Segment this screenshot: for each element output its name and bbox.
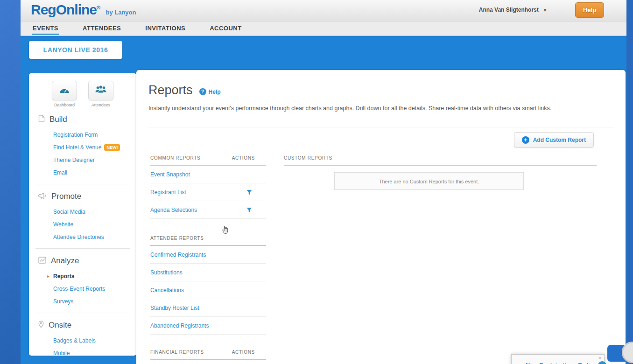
- theme-designer-link[interactable]: Theme Designer: [53, 157, 95, 163]
- reports-panel: Reports ? Help Instantly understand your…: [136, 70, 626, 364]
- report-link-event-snapshot[interactable]: Event Snapshot: [150, 171, 190, 178]
- nav-tab-attendees[interactable]: ATTENDEES: [82, 22, 122, 35]
- table-row: Financials: [150, 360, 266, 364]
- financial-reports-header: FINANCIAL REPORTS ACTIONS: [150, 350, 266, 360]
- attendees-button: [88, 81, 113, 100]
- report-link-cancellations[interactable]: Cancellations: [150, 287, 184, 294]
- page-title: Reports: [148, 83, 193, 98]
- dashboard-label: Dashboard: [51, 103, 78, 107]
- new-badge: NEW!: [104, 144, 120, 151]
- table-row: Substitutions: [150, 264, 266, 281]
- report-link-agenda-selections[interactable]: Agenda Selections: [150, 207, 197, 213]
- nav-tab-events[interactable]: EVENTS: [32, 22, 59, 35]
- new-registrations-label: New Registrations Today: [526, 362, 595, 364]
- sidebar-link-reports[interactable]: Reports: [53, 273, 136, 280]
- social-media-link[interactable]: Social Media: [53, 209, 85, 215]
- filter-icon[interactable]: [246, 189, 252, 195]
- app-window: RegOnline® by Lanyon Anna Van Sligtenhor…: [21, 0, 626, 364]
- custom-reports-title: CUSTOM REPORTS: [284, 155, 332, 161]
- sidebar-section-build: Build Registration Form Find Hotel & Ven…: [29, 115, 136, 176]
- add-custom-report-label: Add Custom Report: [533, 137, 586, 143]
- sidebar-section-analyze: Analyze Reports Cross-Event Reports Surv…: [29, 256, 136, 305]
- table-row: Event Snapshot: [150, 166, 266, 183]
- common-reports-header: COMMON REPORTS ACTIONS: [150, 155, 266, 166]
- report-link-substitutions[interactable]: Substitutions: [150, 269, 183, 276]
- sidebar-link-social-media[interactable]: Social Media: [53, 209, 136, 215]
- sidebar-link-surveys[interactable]: Surveys: [53, 298, 136, 305]
- sidebar-link-theme-designer[interactable]: Theme Designer: [53, 157, 136, 163]
- sidebar-link-cross-event-reports[interactable]: Cross-Event Reports: [53, 286, 136, 292]
- megaphone-icon: [38, 192, 47, 201]
- actions-column-header: ACTIONS: [232, 155, 266, 161]
- help-button[interactable]: Help: [575, 2, 604, 18]
- registered-mark: ®: [97, 5, 100, 10]
- regonline-logo[interactable]: RegOnline® by Lanyon: [31, 2, 136, 18]
- report-link-standby-roster-list[interactable]: Standby Roster List: [150, 305, 199, 311]
- table-row: Standby Roster List: [150, 299, 266, 317]
- document-icon: [38, 115, 45, 124]
- gauge-icon: [58, 85, 70, 96]
- section-title-onsite: Onsite: [49, 321, 71, 330]
- sidebar-link-registration-form[interactable]: Registration Form: [53, 132, 136, 138]
- app-root: RegOnline® by Lanyon Anna Van Sligtenhor…: [0, 0, 633, 364]
- sidebar-item-attendees[interactable]: Attendees: [87, 81, 114, 107]
- sidebar-link-badges-labels[interactable]: Badges & Labels: [53, 337, 136, 344]
- event-sidebar: Dashboard Attendees: [29, 73, 136, 356]
- table-row: Cancellations: [150, 281, 266, 299]
- chart-icon: [38, 257, 46, 266]
- sidebar-link-email[interactable]: Email: [53, 169, 136, 176]
- add-custom-report-button[interactable]: + Add Custom Report: [514, 132, 594, 147]
- nav-tab-invitations[interactable]: INVITATIONS: [144, 22, 186, 35]
- user-name: Anna Van Sligtenhorst: [479, 7, 539, 13]
- email-link[interactable]: Email: [53, 169, 67, 176]
- reports-help-link[interactable]: ? Help: [199, 88, 221, 95]
- attendee-directories-link[interactable]: Attendee Directories: [53, 234, 104, 240]
- sidebar-divider: [35, 184, 130, 184]
- close-icon[interactable]: ×: [598, 355, 601, 361]
- cross-event-reports-link[interactable]: Cross-Event Reports: [53, 286, 105, 292]
- frame-edge-left: [0, 0, 21, 364]
- sidebar-item-dashboard[interactable]: Dashboard: [51, 81, 78, 107]
- user-account-menu[interactable]: Anna Van Sligtenhorst ▼: [479, 7, 547, 13]
- sidebar-link-mobile[interactable]: Mobile: [53, 350, 136, 356]
- filter-icon[interactable]: [246, 207, 252, 213]
- section-title-analyze: Analyze: [51, 256, 79, 266]
- reports-link[interactable]: Reports: [53, 273, 74, 280]
- help-link-label: Help: [209, 89, 221, 95]
- sidebar-section-promote: Promote Social Media Website Attendee Di…: [29, 192, 136, 240]
- page-description: Instantly understand your event's perfor…: [148, 103, 626, 114]
- report-link-abandoned-registrants[interactable]: Abandoned Registrants: [150, 322, 209, 329]
- financial-reports-title: FINANCIAL REPORTS: [150, 350, 204, 355]
- custom-reports-empty-message: There are no Custom Reports for this eve…: [334, 172, 524, 190]
- table-row: Registrant List: [150, 183, 266, 201]
- attendee-reports-title: ATTENDEE REPORTS: [150, 236, 204, 241]
- frame-edge-right: [626, 0, 633, 364]
- sidebar-link-find-hotel-venue[interactable]: Find Hotel & VenueNEW!: [53, 144, 136, 151]
- mobile-link[interactable]: Mobile: [53, 350, 70, 356]
- standard-reports-column: COMMON REPORTS ACTIONS Event Snapshot Re…: [150, 155, 266, 364]
- top-header: RegOnline® by Lanyon Anna Van Sligtenhor…: [21, 0, 626, 21]
- new-registrations-popup[interactable]: × New Registrations Today: [511, 354, 605, 364]
- table-row: Abandoned Registrants: [150, 317, 266, 335]
- attendees-label: Attendees: [87, 103, 114, 107]
- custom-reports-column: CUSTOM REPORTS There are no Custom Repor…: [284, 155, 597, 190]
- logo-tagline: by Lanyon: [106, 9, 136, 16]
- sidebar-link-website[interactable]: Website: [53, 221, 136, 228]
- sidebar-link-attendee-directories[interactable]: Attendee Directories: [53, 234, 136, 240]
- people-icon: [95, 85, 107, 96]
- report-link-registrant-list[interactable]: Registrant List: [150, 189, 186, 196]
- report-link-confirmed-registrants[interactable]: Confirmed Registrants: [150, 252, 206, 258]
- event-name-tab[interactable]: LANYON LIVE 2016: [29, 41, 122, 59]
- new-registrations-link[interactable]: New Registrations Today: [526, 361, 604, 364]
- surveys-link[interactable]: Surveys: [53, 298, 73, 305]
- nav-tab-account[interactable]: ACCOUNT: [209, 22, 243, 35]
- section-title-build: Build: [49, 115, 67, 124]
- website-link[interactable]: Website: [53, 221, 73, 228]
- sidebar-divider: [35, 313, 130, 313]
- find-hotel-venue-link[interactable]: Find Hotel & Venue: [53, 144, 101, 151]
- registration-form-link[interactable]: Registration Form: [53, 132, 98, 138]
- chevron-down-icon: ▼: [543, 8, 547, 13]
- section-title-promote: Promote: [51, 192, 81, 201]
- badges-labels-link[interactable]: Badges & Labels: [53, 337, 96, 344]
- question-circle-icon: ?: [199, 88, 206, 95]
